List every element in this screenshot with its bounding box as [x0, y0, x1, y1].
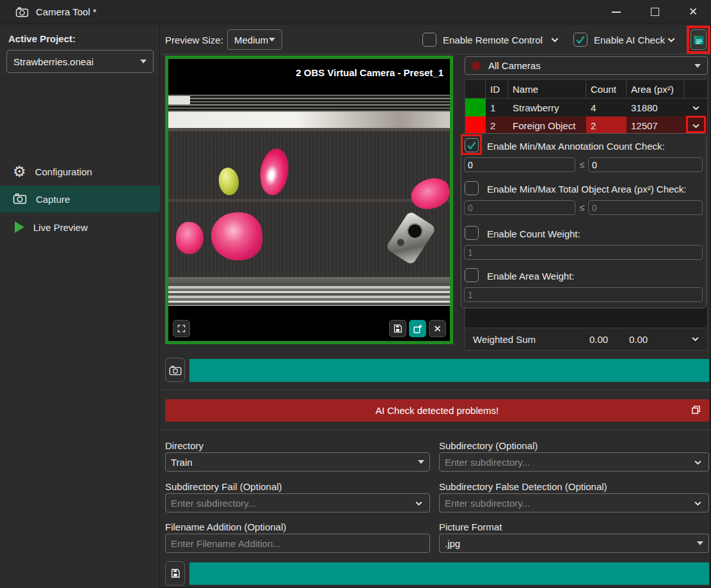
sidebar-item-live-preview[interactable]: Live Preview	[0, 214, 160, 241]
table-row-strawberry[interactable]: 1 Strawberry 4 31880	[465, 99, 707, 116]
header-name: Name	[508, 80, 586, 98]
camera-filter-value: All Cameras	[488, 60, 541, 71]
minimize-button[interactable]	[602, 0, 631, 24]
picture-format-select[interactable]: .jpg	[439, 534, 709, 553]
camera-app-icon	[15, 6, 29, 19]
total-area-min-input[interactable]	[464, 200, 575, 215]
count-weight-checkbox[interactable]	[465, 226, 479, 240]
ai-check-expand-chevron-icon[interactable]	[666, 35, 677, 45]
save-icon	[393, 324, 403, 333]
annotation-count-max-input[interactable]	[588, 157, 703, 172]
camera-tool-window: Camera Tool * ✕ Active Project: Strawber…	[0, 0, 711, 588]
chevron-down-icon[interactable]	[413, 498, 424, 508]
capture-progress-bar	[189, 359, 709, 382]
subdirectory-fail-combo[interactable]	[165, 493, 430, 513]
maximize-button[interactable]	[640, 0, 669, 24]
subdirectory-combo[interactable]	[439, 452, 709, 472]
subdirectory-false-detection-input[interactable]	[445, 498, 692, 509]
dropdown-triangle-icon	[697, 541, 703, 545]
total-area-max-input[interactable]	[588, 200, 703, 215]
filename-addition-field[interactable]	[165, 534, 430, 553]
filename-addition-input[interactable]	[171, 538, 424, 549]
capture-photo-button[interactable]	[165, 358, 185, 382]
preview-save-button[interactable]	[389, 320, 406, 337]
sidebar-item-label: Live Preview	[33, 222, 88, 233]
header-count: Count	[586, 80, 627, 98]
remote-control-expand-chevron-icon[interactable]	[549, 35, 561, 45]
chevron-down-icon	[691, 121, 701, 131]
project-select-value: Strawberries.oneai	[13, 56, 93, 67]
camera-icon	[169, 365, 182, 376]
dropdown-triangle-icon	[269, 38, 275, 42]
sidebar-item-label: Capture	[36, 194, 70, 205]
count-weight-input[interactable]	[464, 245, 703, 260]
area-weight-label: Enable Area Weight:	[487, 271, 574, 282]
weighted-sum-row[interactable]: Weighted Sum 0.00 0.00	[465, 328, 708, 351]
annotation-count-check-label: Enable Min/Max Annotation Count Check:	[487, 141, 665, 152]
title-bar: Camera Tool * ✕	[0, 0, 711, 24]
subdirectory-input[interactable]	[445, 457, 692, 468]
subdirectory-false-detection-combo[interactable]	[439, 493, 709, 513]
dropdown-triangle-icon	[140, 60, 147, 63]
subdirectory-label: Subdirectory (Optional)	[439, 440, 538, 451]
remote-control-label: Enable Remote Control	[443, 35, 543, 45]
close-button[interactable]: ✕	[678, 0, 708, 24]
area-weight-checkbox[interactable]	[465, 268, 479, 282]
total-area-check-label: Enable Min/Max Total Object Area (px²) C…	[487, 184, 687, 195]
preview-size-select[interactable]: Medium	[227, 29, 282, 50]
ai-check-report-button[interactable]	[691, 29, 707, 50]
chevron-down-icon[interactable]	[692, 498, 703, 508]
project-select[interactable]: Strawberries.oneai	[6, 50, 154, 73]
save-settings-button[interactable]	[165, 561, 185, 585]
conveyor-edge	[168, 112, 450, 128]
sidebar-item-capture[interactable]: Capture	[0, 186, 160, 212]
table-empty-strip	[465, 308, 708, 328]
open-details-popup-button[interactable]	[691, 404, 701, 417]
save-progress-bar	[189, 562, 709, 585]
camera-icon	[13, 193, 27, 206]
sidebar-item-configuration[interactable]: ⚙ Configuration	[0, 158, 160, 185]
sidebar-item-label: Configuration	[35, 166, 92, 177]
camera-preview-title: 2 OBS Virtual Camera - Preset_1	[296, 67, 443, 78]
remote-control-checkbox[interactable]	[422, 33, 436, 47]
weighted-sum-count: 0.00	[589, 334, 608, 345]
weighted-sum-area: 0.00	[629, 334, 648, 345]
annotation-count-check-checkbox[interactable]	[465, 138, 479, 152]
directory-select[interactable]: Train	[165, 452, 430, 472]
total-area-check-checkbox[interactable]	[465, 181, 479, 195]
annotation-count-min-input[interactable]	[464, 157, 575, 172]
preview-close-button[interactable]: ✕	[429, 320, 446, 337]
window-title: Camera Tool *	[36, 6, 97, 17]
chevron-down-icon	[691, 103, 701, 113]
section-divider	[161, 429, 711, 430]
weighted-sum-expand-chevron[interactable]	[690, 334, 701, 346]
subdirectory-fail-input[interactable]	[171, 498, 413, 509]
table-row-foreign-object[interactable]: 2 Foreign Object 2 12507	[465, 116, 707, 134]
area-weight-input[interactable]	[464, 287, 703, 302]
filename-addition-label: Filename Addition (Optional)	[165, 521, 286, 532]
header-id: ID	[486, 80, 508, 98]
chevron-down-icon[interactable]	[692, 457, 703, 467]
checkmark-icon	[575, 35, 586, 44]
row-expand-chevron[interactable]	[684, 99, 707, 116]
count-weight-label: Enable Count Weight:	[487, 228, 580, 239]
preview-expand-button[interactable]	[173, 320, 190, 337]
preview-add-to-dataset-button[interactable]	[409, 320, 426, 337]
dropdown-triangle-icon	[418, 460, 424, 464]
subdirectory-false-detection-label: Subdirectory False Detection (Optional)	[439, 481, 607, 492]
preview-size-label: Preview Size:	[165, 35, 223, 45]
header-area: Area (px²)	[627, 80, 684, 98]
camera-filter-select[interactable]: All Cameras	[465, 56, 708, 75]
dropdown-triangle-icon	[694, 64, 701, 68]
toolbar-divider	[161, 54, 711, 54]
class-color-swatch	[465, 116, 486, 134]
camera-preview-image: 2 OBS Virtual Camera - Preset_1	[168, 59, 450, 341]
picture-format-label: Picture Format	[439, 521, 502, 532]
row-expand-chevron[interactable]	[684, 116, 707, 134]
ai-check-checkbox[interactable]	[573, 33, 587, 47]
class-check-settings-panel: Enable Min/Max Annotation Count Check: ≤…	[461, 133, 707, 308]
add-window-icon	[413, 324, 423, 334]
preview-size-value: Medium	[234, 35, 268, 45]
leq-symbol: ≤	[580, 159, 585, 170]
leq-symbol: ≤	[580, 202, 585, 212]
